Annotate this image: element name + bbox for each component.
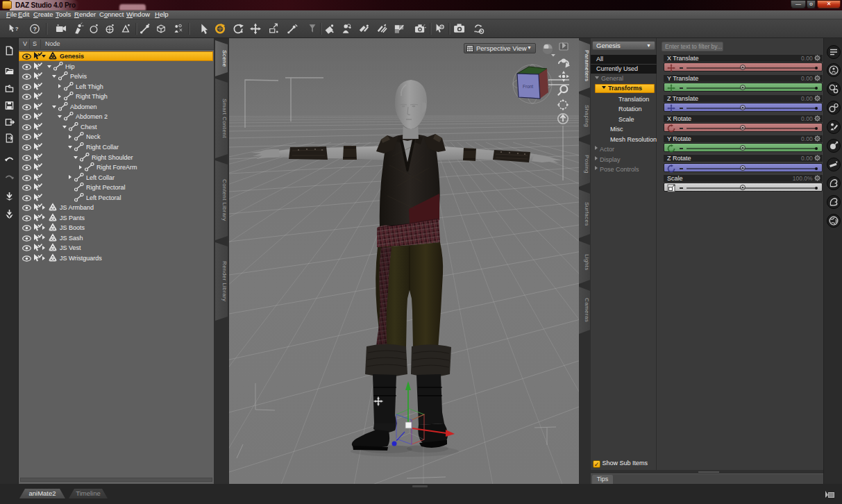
svg-text:Front: Front xyxy=(523,84,533,89)
svg-text:?: ? xyxy=(15,26,19,32)
svg-text:?: ? xyxy=(33,26,36,33)
